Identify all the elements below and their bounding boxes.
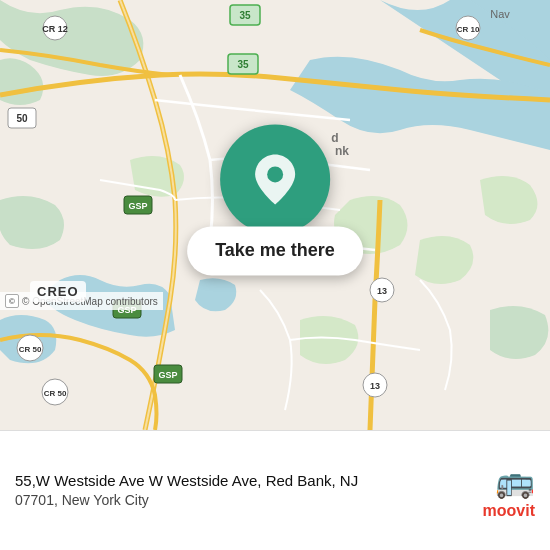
svg-text:Nav: Nav [490, 8, 510, 20]
location-pin-icon [250, 149, 300, 209]
creo-badge: CREO [30, 281, 86, 302]
button-overlay: Take me there [187, 124, 363, 275]
svg-text:CR 50: CR 50 [19, 345, 42, 354]
address-block: 55,W Westside Ave W Westside Ave, Red Ba… [15, 470, 468, 511]
svg-text:CR 10: CR 10 [457, 25, 480, 34]
svg-text:13: 13 [377, 286, 387, 296]
take-me-there-button[interactable]: Take me there [187, 226, 363, 275]
svg-text:GSP: GSP [158, 370, 177, 380]
location-pin-container [220, 124, 330, 234]
address-line2: 07701, New York City [15, 491, 468, 511]
map-container: 50 CR 12 35 CR 10 GSP GSP GSP 13 13 35 C… [0, 0, 550, 430]
bottom-bar: 55,W Westside Ave W Westside Ave, Red Ba… [0, 430, 550, 550]
svg-text:35: 35 [237, 59, 249, 70]
svg-text:13: 13 [370, 381, 380, 391]
svg-text:50: 50 [16, 113, 28, 124]
osm-logo: © [5, 294, 19, 308]
moovit-text: moovit [483, 502, 535, 520]
svg-text:CR 50: CR 50 [44, 389, 67, 398]
svg-text:35: 35 [239, 10, 251, 21]
moovit-logo: 🚌 moovit [483, 462, 535, 520]
svg-text:CR 12: CR 12 [42, 24, 68, 34]
svg-text:GSP: GSP [128, 201, 147, 211]
moovit-icon: 🚌 [495, 462, 535, 500]
svg-point-29 [267, 166, 283, 182]
address-line1: 55,W Westside Ave W Westside Ave, Red Ba… [15, 470, 468, 491]
